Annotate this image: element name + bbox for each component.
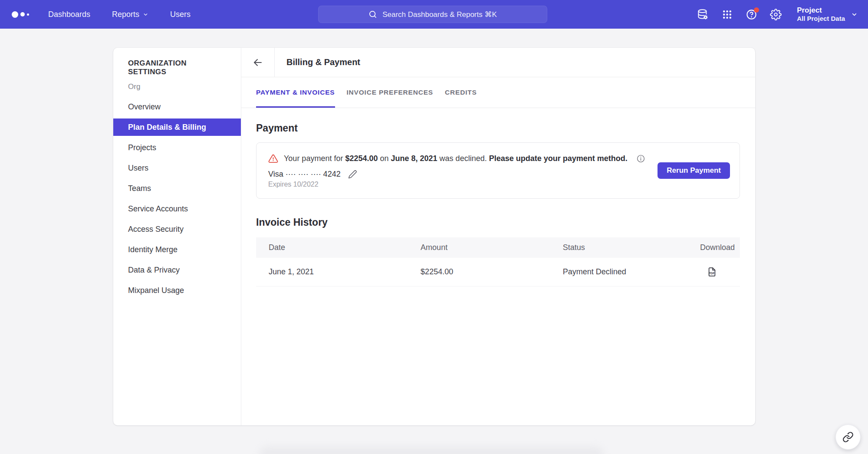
search-input[interactable]: Search Dashboards & Reports ⌘K [318,6,547,23]
payment-heading: Payment [256,122,740,134]
back-button[interactable] [241,48,275,77]
data-management-icon[interactable] [697,9,709,20]
arrow-left-icon [253,57,263,68]
nav-link-users[interactable]: Users [170,10,191,19]
copy-link-fab[interactable] [835,424,861,450]
mixpanel-logo-icon[interactable] [12,11,29,18]
card-expiry: Expires 10/2022 [268,181,728,188]
project-switcher[interactable]: Project All Project Data [797,6,858,23]
settings-sidebar: ORGANIZATION SETTINGS Org Overview Plan … [113,48,241,425]
alert-text-segment: Your payment for [284,154,345,163]
column-header-download: Download [689,243,735,252]
notification-badge [754,7,759,13]
payment-declined-card: Your payment for $2254.00 on June 8, 202… [256,142,740,199]
pdf-file-icon: PDF [707,266,717,277]
sidebar-item-projects[interactable]: Projects [113,139,241,156]
download-pdf-button[interactable]: PDF [707,266,717,277]
invoice-status: Payment Declined [563,267,689,276]
nav-link-reports[interactable]: Reports [112,10,148,19]
sidebar-item-identity-merge[interactable]: Identity Merge [113,241,241,258]
apps-grid-icon[interactable] [721,9,733,20]
nav-link-dashboards[interactable]: Dashboards [48,10,90,19]
alert-emphasis: Please update your payment method. [489,154,628,163]
logo-dot [20,12,25,16]
sidebar-item-teams[interactable]: Teams [113,180,241,197]
sidebar-item-mixpanel-usage[interactable]: Mixpanel Usage [113,282,241,299]
sidebar-item-users[interactable]: Users [113,159,241,177]
alert-text-segment: was declined. [437,154,489,163]
project-switcher-labels: Project All Project Data [797,6,845,23]
invoice-table: Date Amount Status Download June 1, 2021… [256,237,740,286]
link-icon [842,431,854,443]
tab-invoice-preferences[interactable]: INVOICE PREFERENCES [347,77,434,108]
column-header-date: Date [269,243,421,252]
info-icon[interactable] [636,154,645,163]
scrolled-content-shadow [260,447,603,454]
sidebar-nav: Overview Plan Details & Billing Projects… [113,98,241,302]
help-icon[interactable] [746,9,757,20]
sidebar-item-data-privacy[interactable]: Data & Privacy [113,261,241,279]
invoice-date: June 1, 2021 [269,267,421,276]
tab-credits[interactable]: CREDITS [445,77,477,108]
sidebar-item-access-security[interactable]: Access Security [113,220,241,238]
invoice-amount: $2254.00 [421,267,563,276]
project-switcher-title: Project [797,6,845,15]
project-switcher-subtitle: All Project Data [797,15,845,23]
navbar-right: Project All Project Data [697,6,858,23]
alert-date: June 8, 2021 [391,154,437,163]
invoice-table-header: Date Amount Status Download [256,237,740,258]
tab-content: Payment Your payment for $2254.00 on Jun… [241,108,755,286]
alert-text-segment: on [378,154,391,163]
sidebar-item-plan-details-billing[interactable]: Plan Details & Billing [113,118,241,136]
declined-alert: Your payment for $2254.00 on June 8, 202… [268,154,728,164]
primary-nav: Dashboards Reports Users [48,10,191,19]
chevron-down-icon [143,12,148,17]
search-placeholder: Search Dashboards & Reports ⌘K [382,10,497,19]
logo-dot [12,11,18,18]
sidebar-item-overview[interactable]: Overview [113,98,241,115]
settings-panel: ORGANIZATION SETTINGS Org Overview Plan … [113,48,755,425]
sidebar-section-label: ORGANIZATION SETTINGS [113,59,241,76]
logo-dot [27,13,29,16]
org-name: Org [113,82,241,91]
sidebar-item-service-accounts[interactable]: Service Accounts [113,200,241,217]
main-header: Billing & Payment [241,48,755,77]
page-title: Billing & Payment [286,57,360,67]
edit-payment-method-button[interactable] [348,170,357,179]
billing-main: Billing & Payment PAYMENT & INVOICES INV… [241,48,755,425]
warning-triangle-icon [268,154,278,164]
declined-alert-text: Your payment for $2254.00 on June 8, 202… [284,154,628,163]
page: Dashboards Reports Users Search Dashboar… [0,0,868,454]
search-icon [368,10,377,19]
settings-gear-icon[interactable] [770,9,782,20]
alert-amount: $2254.00 [345,154,378,163]
card-label: Visa ···· ···· ···· 4242 [268,170,341,179]
tab-payment-invoices[interactable]: PAYMENT & INVOICES [256,77,335,108]
column-header-amount: Amount [421,243,563,252]
nav-link-reports-label: Reports [112,10,139,19]
pencil-icon [348,170,357,179]
rerun-payment-button[interactable]: Rerun Payment [658,162,730,179]
invoice-row: June 1, 2021 $2254.00 Payment Declined P… [256,258,740,286]
top-navbar: Dashboards Reports Users Search Dashboar… [0,0,868,29]
invoice-history-heading: Invoice History [256,217,740,228]
chevron-down-icon [851,11,858,18]
billing-tabs: PAYMENT & INVOICES INVOICE PREFERENCES C… [241,77,755,108]
column-header-status: Status [563,243,689,252]
pdf-icon-label: PDF [709,272,715,275]
